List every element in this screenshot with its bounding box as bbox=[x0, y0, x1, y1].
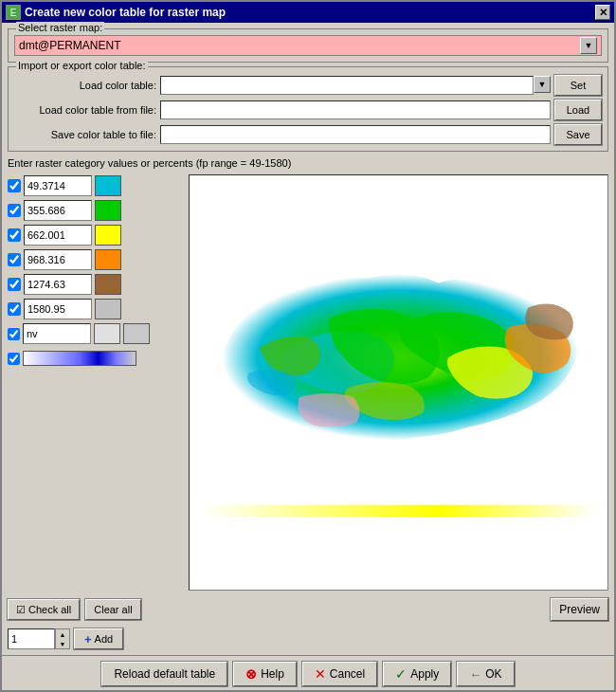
spin-down-button[interactable]: ▼ bbox=[56, 639, 69, 648]
load-file-input[interactable] bbox=[160, 100, 551, 119]
load-file-row: Load color table from file: Load bbox=[14, 100, 602, 120]
gradient-row bbox=[8, 347, 183, 370]
load-file-label: Load color table from file: bbox=[14, 104, 156, 116]
load-color-label: Load color table: bbox=[14, 80, 156, 91]
ok-label: OK bbox=[485, 667, 501, 681]
color-val-4[interactable] bbox=[24, 274, 92, 295]
map-panel bbox=[189, 174, 608, 591]
apply-label: Apply bbox=[410, 667, 439, 681]
combo-dropdown-icon[interactable]: ▼ bbox=[580, 37, 597, 54]
color-swatch-5[interactable] bbox=[95, 299, 121, 319]
map-svg bbox=[190, 175, 607, 590]
save-file-row: Save color table to file: Save bbox=[14, 124, 602, 145]
color-swatch-2[interactable] bbox=[95, 225, 121, 246]
color-row-0 bbox=[8, 174, 183, 197]
nv-input[interactable] bbox=[23, 323, 91, 344]
color-check-0[interactable] bbox=[8, 179, 21, 192]
stepper-group: 1 ▲ ▼ bbox=[8, 628, 70, 649]
set-button[interactable]: Set bbox=[554, 75, 602, 96]
main-content: Select raster map: dmt@PERMANENT ▼ Impor… bbox=[2, 23, 614, 655]
load-color-row: Load color table: ▼ Set bbox=[14, 75, 602, 96]
color-check-4[interactable] bbox=[8, 278, 21, 291]
main-window: E Create new color table for raster map … bbox=[0, 0, 616, 692]
checkbox-icon: ☑ bbox=[16, 604, 26, 616]
save-file-label: Save color table to file: bbox=[14, 129, 156, 140]
titlebar: E Create new color table for raster map … bbox=[2, 2, 614, 23]
save-file-input[interactable] bbox=[160, 125, 551, 144]
ok-button[interactable]: ← OK bbox=[457, 662, 514, 686]
color-check-3[interactable] bbox=[8, 253, 21, 266]
apply-button[interactable]: ✓ Apply bbox=[383, 662, 451, 686]
color-swatch-3[interactable] bbox=[95, 249, 121, 270]
footer-buttons: Reload default table ⊗ Help ✕ Cancel ✓ A… bbox=[2, 655, 614, 690]
nv-swatch[interactable] bbox=[94, 323, 120, 344]
add-plus-icon: + bbox=[84, 632, 92, 646]
color-row-5 bbox=[8, 298, 183, 320]
help-label: Help bbox=[261, 667, 284, 681]
nv-row bbox=[8, 322, 183, 345]
color-row-1 bbox=[8, 199, 183, 222]
cancel-icon: ✕ bbox=[315, 666, 326, 682]
color-row-4 bbox=[8, 273, 183, 296]
reload-label: Reload default table bbox=[114, 667, 215, 681]
main-area bbox=[8, 174, 608, 591]
color-val-3[interactable] bbox=[24, 249, 92, 270]
help-icon: ⊗ bbox=[245, 666, 257, 682]
load-combo-icon[interactable]: ▼ bbox=[534, 76, 551, 93]
category-label: Enter raster category values or percents… bbox=[8, 157, 608, 169]
color-swatch-4[interactable] bbox=[95, 274, 121, 295]
load-color-combo[interactable]: ▼ bbox=[160, 76, 551, 95]
stepper-row: 1 ▲ ▼ + Add bbox=[8, 628, 608, 649]
gradient-check[interactable] bbox=[8, 353, 20, 365]
color-list-panel bbox=[8, 174, 183, 591]
import-export-title: Import or export color table: bbox=[16, 60, 148, 71]
raster-combo[interactable]: dmt@PERMANENT ▼ bbox=[14, 35, 602, 56]
color-val-2[interactable] bbox=[24, 225, 92, 246]
color-check-5[interactable] bbox=[8, 302, 21, 316]
load-button[interactable]: Load bbox=[554, 100, 602, 120]
add-button[interactable]: + Add bbox=[74, 628, 123, 649]
check-all-label: Check all bbox=[28, 604, 71, 615]
clear-all-label: Clear all bbox=[94, 604, 132, 615]
reload-default-button[interactable]: Reload default table bbox=[101, 662, 227, 686]
color-val-0[interactable] bbox=[24, 175, 92, 196]
bottom-controls: ☑ Check all Clear all Preview bbox=[8, 598, 608, 621]
app-icon: E bbox=[6, 5, 21, 20]
nv-check[interactable] bbox=[8, 328, 20, 340]
raster-value: dmt@PERMANENT bbox=[19, 39, 121, 52]
color-swatch-0[interactable] bbox=[95, 175, 121, 196]
color-row-3 bbox=[8, 248, 183, 271]
cancel-button[interactable]: ✕ Cancel bbox=[302, 662, 377, 686]
color-check-2[interactable] bbox=[8, 228, 21, 242]
clear-all-button[interactable]: Clear all bbox=[85, 599, 140, 620]
color-swatch-1[interactable] bbox=[95, 200, 121, 221]
spinner-wrap: ▲ ▼ bbox=[55, 628, 70, 649]
add-label: Add bbox=[95, 633, 114, 645]
spin-up-button[interactable]: ▲ bbox=[56, 629, 69, 639]
ok-arrow-icon: ← bbox=[469, 667, 481, 682]
stepper-input[interactable]: 1 bbox=[8, 628, 55, 649]
titlebar-left: E Create new color table for raster map bbox=[6, 5, 226, 20]
help-button[interactable]: ⊗ Help bbox=[233, 662, 297, 686]
save-button[interactable]: Save bbox=[554, 124, 602, 145]
apply-icon: ✓ bbox=[395, 666, 407, 682]
import-export-group: Import or export color table: Load color… bbox=[8, 66, 608, 152]
color-check-1[interactable] bbox=[8, 204, 21, 217]
color-row-2 bbox=[8, 224, 183, 246]
raster-select-row: dmt@PERMANENT ▼ bbox=[14, 35, 602, 56]
raster-group-title: Select raster map: bbox=[16, 22, 104, 33]
color-val-1[interactable] bbox=[24, 200, 92, 221]
raster-group: Select raster map: dmt@PERMANENT ▼ bbox=[8, 28, 608, 63]
nv-extra-swatch[interactable] bbox=[123, 323, 150, 344]
preview-button[interactable]: Preview bbox=[551, 598, 608, 621]
check-all-button[interactable]: ☑ Check all bbox=[8, 599, 80, 620]
load-color-input[interactable] bbox=[160, 76, 534, 95]
window-title: Create new color table for raster map bbox=[25, 6, 226, 19]
cancel-label: Cancel bbox=[330, 667, 365, 681]
svg-rect-1 bbox=[200, 505, 598, 518]
close-button[interactable]: ✕ bbox=[595, 5, 610, 20]
gradient-bar[interactable] bbox=[23, 351, 136, 366]
bottom-left-controls: ☑ Check all Clear all bbox=[8, 599, 141, 620]
color-val-5[interactable] bbox=[24, 299, 92, 319]
